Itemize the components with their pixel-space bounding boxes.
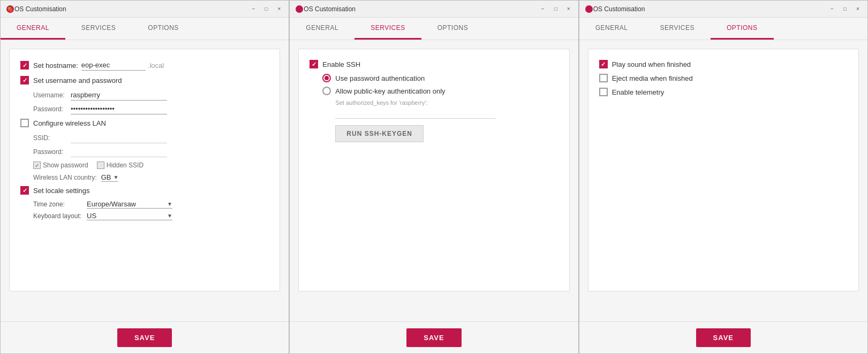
svg-point-2 <box>296 5 303 13</box>
tab-bar-2: GENERAL SERVICES OPTIONS <box>290 18 578 40</box>
password-auth-radio[interactable] <box>322 74 331 82</box>
tab-options-3[interactable]: OPTIONS <box>711 18 774 40</box>
minimize-btn-2[interactable]: − <box>539 5 547 13</box>
password-auth-row: Use password authentication <box>322 74 558 82</box>
password-auth-label: Use password authentication <box>335 74 425 82</box>
timezone-value: Europe/Warsaw <box>87 200 167 208</box>
username-field-row: Username: <box>33 90 269 101</box>
configure-wireless-label: Configure wireless LAN <box>33 119 106 127</box>
rpi-icon-2 <box>295 5 304 13</box>
hidden-ssid-label: Hidden SSID <box>107 161 144 169</box>
tab-general-2[interactable]: GENERAL <box>290 18 354 40</box>
titlebar-2: OS Customisation − □ × <box>290 1 578 18</box>
authorized-keys-input-line <box>335 110 496 119</box>
password-field-label: Password: <box>33 105 71 113</box>
show-password-row: ✓ Show password Hidden SSID <box>33 161 269 169</box>
timezone-select[interactable]: Europe/Warsaw ▼ <box>87 200 172 209</box>
eject-media-label: Eject media when finished <box>612 74 693 82</box>
titlebar-title-2: OS Customisation <box>304 5 538 13</box>
close-btn-2[interactable]: × <box>564 5 573 13</box>
country-select-wrapper[interactable]: GB ▼ <box>101 173 119 182</box>
ssid-label: SSID: <box>33 134 71 142</box>
run-ssh-keygen-btn[interactable]: RUN SSH-KEYGEN <box>335 125 424 142</box>
pubkey-auth-row: Allow public-key authentication only <box>322 87 558 95</box>
set-hostname-checkbox[interactable]: ✓ <box>20 61 29 70</box>
set-username-checkbox[interactable]: ✓ <box>20 76 29 84</box>
wifi-password-input <box>71 147 167 157</box>
username-password-label: Set username and password <box>33 76 122 84</box>
panel-general: ✓ Set hostname: .local ✓ Set username an… <box>9 49 280 291</box>
country-dropdown-arrow: ▼ <box>114 174 119 180</box>
titlebar-controls-3: − □ × <box>828 5 862 13</box>
minimize-btn-1[interactable]: − <box>249 5 258 13</box>
panel-options: ✓ Play sound when finished Eject media w… <box>588 49 859 291</box>
titlebar-controls-2: − □ × <box>539 5 573 13</box>
tab-bar-1: GENERAL SERVICES OPTIONS <box>1 18 289 40</box>
ssid-field-row: SSID: <box>33 133 269 143</box>
hostname-input[interactable] <box>81 60 146 71</box>
set-locale-label: Set locale settings <box>33 187 90 195</box>
svg-point-3 <box>585 5 593 13</box>
content-services: ✓ Enable SSH Use password authentication… <box>290 40 578 321</box>
maximize-btn-2[interactable]: □ <box>552 5 560 13</box>
maximize-btn-3[interactable]: □ <box>841 5 849 13</box>
keyboard-dropdown-arrow: ▼ <box>167 213 172 219</box>
keyboard-label: Keyboard layout: <box>33 212 87 220</box>
configure-wireless-checkbox[interactable] <box>20 119 29 127</box>
tab-general-1[interactable]: GENERAL <box>1 18 65 40</box>
hostname-label: Set hostname: <box>33 61 78 70</box>
tab-options-1[interactable]: OPTIONS <box>132 18 195 40</box>
maximize-btn-1[interactable]: □ <box>262 5 270 13</box>
set-locale-row: ✓ Set locale settings <box>20 186 269 195</box>
keyboard-value: US <box>87 212 167 220</box>
username-field-label: Username: <box>33 91 71 99</box>
play-sound-checkbox[interactable]: ✓ <box>599 60 608 68</box>
rpi-icon-3 <box>585 5 593 13</box>
close-btn-3[interactable]: × <box>854 5 862 13</box>
titlebar-3: OS Customisation − □ × <box>579 1 867 18</box>
tab-services-2[interactable]: SERVICES <box>354 18 421 40</box>
save-button-1[interactable]: SAVE <box>117 328 172 347</box>
footer-3: SAVE <box>579 321 867 353</box>
username-input[interactable] <box>71 90 167 101</box>
hostname-suffix: .local <box>148 61 164 70</box>
show-password-checkbox[interactable]: ✓ <box>33 161 41 169</box>
username-password-row: ✓ Set username and password <box>20 76 269 84</box>
keyboard-row: Keyboard layout: US ▼ <box>33 212 269 220</box>
footer-2: SAVE <box>290 321 578 353</box>
tab-services-1[interactable]: SERVICES <box>65 18 132 40</box>
keyboard-select[interactable]: US ▼ <box>87 212 172 220</box>
country-row: Wireless LAN country: GB ▼ <box>33 173 269 182</box>
titlebar-title-3: OS Customisation <box>593 5 828 13</box>
titlebar-1: 🍓 OS Customisation − □ × <box>1 1 289 18</box>
titlebar-controls-1: − □ × <box>249 5 283 13</box>
pubkey-auth-radio[interactable] <box>322 87 331 95</box>
password-input[interactable] <box>71 104 167 114</box>
panel-services: ✓ Enable SSH Use password authentication… <box>298 49 569 291</box>
ssid-input <box>71 133 167 143</box>
minimize-btn-3[interactable]: − <box>828 5 836 13</box>
tab-general-3[interactable]: GENERAL <box>579 18 644 40</box>
hostname-row: ✓ Set hostname: .local <box>20 60 269 71</box>
hidden-ssid-checkbox[interactable] <box>97 161 104 169</box>
tab-services-3[interactable]: SERVICES <box>644 18 711 40</box>
content-general: ✓ Set hostname: .local ✓ Set username an… <box>1 40 289 321</box>
auth-key-hint: Set authorized_keys for 'raspberry': <box>335 99 558 106</box>
password-auth-radio-inner <box>324 76 329 80</box>
enable-telemetry-checkbox[interactable] <box>599 88 608 96</box>
pubkey-auth-label: Allow public-key authentication only <box>335 87 445 95</box>
eject-media-checkbox[interactable] <box>599 74 608 82</box>
window-services: OS Customisation − □ × GENERAL SERVICES … <box>289 0 578 354</box>
save-button-3[interactable]: SAVE <box>696 328 751 347</box>
enable-telemetry-row: Enable telemetry <box>599 88 848 96</box>
enable-ssh-label: Enable SSH <box>322 60 360 68</box>
tab-options-2[interactable]: OPTIONS <box>421 18 485 40</box>
window-general: 🍓 OS Customisation − □ × GENERAL SERVICE… <box>0 0 289 354</box>
set-locale-checkbox[interactable]: ✓ <box>20 186 29 195</box>
play-sound-row: ✓ Play sound when finished <box>599 60 848 68</box>
timezone-label: Time zone: <box>33 201 87 208</box>
close-btn-1[interactable]: × <box>275 5 283 13</box>
save-button-2[interactable]: SAVE <box>406 328 461 347</box>
enable-ssh-checkbox[interactable]: ✓ <box>310 60 318 68</box>
titlebar-title-1: OS Customisation <box>14 5 249 13</box>
